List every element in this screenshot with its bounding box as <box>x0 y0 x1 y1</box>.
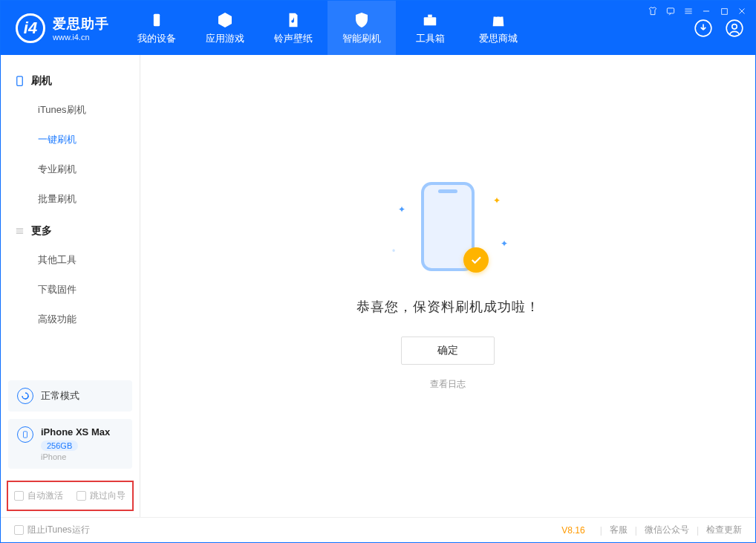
sparkle-icon: ✦ <box>493 195 501 206</box>
mode-icon <box>17 388 33 404</box>
flash-options: 自动激活 跳过向导 <box>7 481 134 511</box>
tab-my-device[interactable]: 我的设备 <box>123 1 191 55</box>
footer-links: V8.16 | 客服 | 微信公众号 | 检查更新 <box>561 524 742 536</box>
account-button[interactable] <box>724 18 745 39</box>
window-controls <box>647 5 748 17</box>
toolbox-icon <box>421 11 439 29</box>
cube-icon <box>216 11 234 29</box>
menu-icon[interactable] <box>682 5 694 17</box>
footer-link-wechat[interactable]: 微信公众号 <box>645 524 689 536</box>
logo-icon: i4 <box>16 13 45 43</box>
bag-icon <box>489 11 507 29</box>
maximize-icon[interactable] <box>718 5 730 17</box>
check-badge-icon <box>463 247 489 273</box>
svg-rect-2 <box>154 13 160 26</box>
app-window: i4 爱思助手 www.i4.cn 我的设备 应用游戏 铃声壁纸 智能刷机 <box>0 0 756 543</box>
sparkle-icon: • <box>392 246 395 256</box>
view-log-link[interactable]: 查看日志 <box>430 378 466 391</box>
logo: i4 爱思助手 www.i4.cn <box>1 1 123 55</box>
success-message: 恭喜您，保资料刷机成功啦！ <box>356 298 540 316</box>
version-label: V8.16 <box>561 525 584 536</box>
device-mode: 正常模式 <box>41 389 79 403</box>
main-content: ✦ ✦ ✦ • 恭喜您，保资料刷机成功啦！ 确定 查看日志 <box>140 55 755 517</box>
sparkle-icon: ✦ <box>501 238 508 249</box>
tshirt-icon[interactable] <box>647 5 659 17</box>
footer: 阻止iTunes运行 V8.16 | 客服 | 微信公众号 | 检查更新 <box>1 517 755 542</box>
svg-rect-1 <box>721 8 727 14</box>
nav-tabs: 我的设备 应用游戏 铃声壁纸 智能刷机 工具箱 爱思商城 <box>123 1 532 55</box>
svg-rect-3 <box>424 17 437 25</box>
body: 刷机 iTunes刷机 一键刷机 专业刷机 批量刷机 更多 其他工具 下载固件 … <box>1 55 755 517</box>
sidebar-item-pro-flash[interactable]: 专业刷机 <box>1 155 140 184</box>
svg-point-7 <box>732 24 737 29</box>
device-mode-card[interactable]: 正常模式 <box>8 380 132 412</box>
tab-apps-games[interactable]: 应用游戏 <box>191 1 259 55</box>
sidebar: 刷机 iTunes刷机 一键刷机 专业刷机 批量刷机 更多 其他工具 下载固件 … <box>1 55 140 517</box>
tab-label: 应用游戏 <box>206 32 244 45</box>
checkbox-label: 跳过向导 <box>90 490 126 502</box>
tab-label: 我的设备 <box>137 32 176 45</box>
svg-rect-0 <box>667 8 674 13</box>
tab-label: 爱思商城 <box>479 32 518 45</box>
sidebar-item-download-firmware[interactable]: 下载固件 <box>1 275 140 305</box>
tab-store[interactable]: 爱思商城 <box>464 1 532 55</box>
checkbox-block-itunes[interactable]: 阻止iTunes运行 <box>14 524 90 536</box>
feedback-icon[interactable] <box>665 5 677 17</box>
phone-icon <box>148 11 166 29</box>
device-name: iPhone XS Max <box>41 426 110 438</box>
tab-ringtones[interactable]: 铃声壁纸 <box>259 1 328 55</box>
svg-rect-8 <box>17 77 23 86</box>
checkbox-auto-activate[interactable]: 自动激活 <box>14 490 63 502</box>
music-file-icon <box>284 11 302 29</box>
sidebar-item-other-tools[interactable]: 其他工具 <box>1 245 140 275</box>
sidebar-group-flash: 刷机 <box>1 64 140 95</box>
app-url: www.i4.cn <box>53 33 109 42</box>
svg-rect-9 <box>24 432 27 438</box>
device-info-card[interactable]: iPhone XS Max 256GB iPhone <box>8 419 132 469</box>
ok-button[interactable]: 确定 <box>401 336 495 365</box>
device-panels: 正常模式 iPhone XS Max 256GB iPhone <box>1 380 140 476</box>
svg-rect-4 <box>428 14 432 17</box>
group-title: 刷机 <box>31 74 52 88</box>
device-type: iPhone <box>41 452 110 461</box>
success-illustration: ✦ ✦ ✦ • <box>385 182 511 279</box>
svg-point-6 <box>726 20 743 36</box>
tab-label: 工具箱 <box>416 32 445 45</box>
sidebar-group-more: 更多 <box>1 214 140 245</box>
shield-refresh-icon <box>353 11 371 29</box>
header: i4 爱思助手 www.i4.cn 我的设备 应用游戏 铃声壁纸 智能刷机 <box>1 1 755 55</box>
minimize-icon[interactable] <box>700 5 712 17</box>
sparkle-icon: ✦ <box>398 204 405 215</box>
tab-smart-flash[interactable]: 智能刷机 <box>328 1 396 55</box>
checkbox-label: 自动激活 <box>27 490 63 502</box>
close-icon[interactable] <box>736 5 748 17</box>
sidebar-item-batch-flash[interactable]: 批量刷机 <box>1 184 140 214</box>
download-button[interactable] <box>693 18 714 39</box>
device-storage: 256GB <box>41 440 78 451</box>
app-name: 爱思助手 <box>53 15 109 33</box>
checkbox-label: 阻止iTunes运行 <box>27 524 90 536</box>
sidebar-item-oneclick-flash[interactable]: 一键刷机 <box>1 125 140 155</box>
device-phone-icon <box>17 426 33 443</box>
group-title: 更多 <box>31 224 52 238</box>
tab-label: 智能刷机 <box>342 32 381 45</box>
tab-label: 铃声壁纸 <box>274 32 313 45</box>
footer-link-support[interactable]: 客服 <box>610 524 628 536</box>
tab-toolbox[interactable]: 工具箱 <box>396 1 464 55</box>
sidebar-item-advanced[interactable]: 高级功能 <box>1 305 140 334</box>
sidebar-item-itunes-flash[interactable]: iTunes刷机 <box>1 95 140 125</box>
footer-link-update[interactable]: 检查更新 <box>706 524 742 536</box>
checkbox-skip-guide[interactable]: 跳过向导 <box>76 490 126 502</box>
